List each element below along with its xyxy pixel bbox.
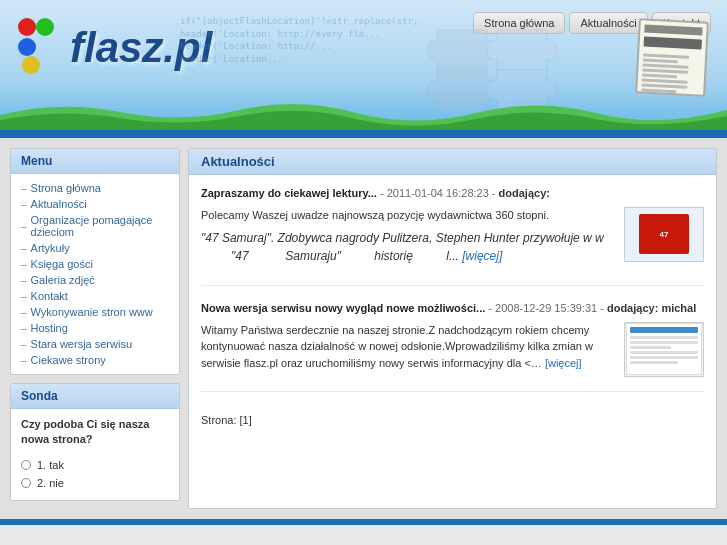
news-with-thumb-1: Polecamy Waszej uwadze najnowszą pozycję… (201, 207, 704, 272)
content-area: Aktualności Zapraszamy do ciekawej lektu… (188, 148, 717, 509)
news-wiecej-1[interactable]: [więcej] (462, 249, 502, 263)
poll-option-no[interactable]: 2. nie (11, 474, 179, 492)
news-item-1: Zapraszamy do ciekawej lektury... - 2011… (201, 185, 704, 286)
poll-title: Sonda (11, 384, 179, 409)
footer (0, 519, 727, 525)
dot-red (18, 18, 36, 36)
menu-title: Menu (11, 149, 179, 174)
menu-item-guestbook[interactable]: Księga gości (11, 256, 179, 272)
logo-dots (18, 18, 54, 78)
content-body: Zapraszamy do ciekawej lektury... - 2011… (189, 175, 716, 436)
sidebar-menu: Strona główna Aktualności Organizacje po… (11, 174, 179, 374)
poll-question: Czy podoba Ci się nasza nowa strona? (11, 409, 179, 456)
header: Strona główna Aktualności Kontakt flasz.… (0, 0, 727, 130)
news-item-2: Nowa wersja serwisu nowy wygląd nowe moż… (201, 300, 704, 392)
news-dodajacy-2: michal (661, 302, 696, 314)
news-with-thumb-2: Witamy Państwa serdecznie na naszej stro… (201, 322, 704, 378)
news-dodajacy-label-2: dodający: (607, 302, 658, 314)
news-body-1: Polecamy Waszej uwadze najnowszą pozycję… (201, 207, 614, 224)
news-text-1: Polecamy Waszej uwadze najnowszą pozycję… (201, 207, 614, 272)
news-meta-2: - 2008-12-29 15:39:31 - (488, 302, 607, 314)
news-header-1: Zapraszamy do ciekawej lektury... - 2011… (201, 185, 704, 202)
thumb-book-icon: 47 (639, 214, 689, 254)
news-header-2: Nowa wersja serwisu nowy wygląd nowe moż… (201, 300, 704, 317)
sidebar: Menu Strona główna Aktualności Organizac… (10, 148, 180, 509)
menu-item-gallery[interactable]: Galeria zdjęć (11, 272, 179, 288)
menu-item-oldsite[interactable]: Stara wersja serwisu (11, 336, 179, 352)
np-line (643, 58, 678, 63)
pagination-current[interactable]: [1] (240, 414, 252, 426)
poll-box: Sonda Czy podoba Ci się nasza nowa stron… (10, 383, 180, 501)
np-line (641, 88, 676, 93)
news-title-1: Zapraszamy do ciekawej lektury... (201, 187, 377, 199)
radio-no[interactable] (21, 478, 31, 488)
main-container: Menu Strona główna Aktualności Organizac… (0, 138, 727, 519)
radio-yes[interactable] (21, 460, 31, 470)
menu-item-orgs[interactable]: Organizacje pomagające dzieciom (11, 212, 179, 240)
thumb-site-icon (626, 323, 702, 375)
menu-item-links[interactable]: Ciekawe strony (11, 352, 179, 368)
news-title-2: Nowa wersja serwisu nowy wygląd nowe moż… (201, 302, 485, 314)
np-line (642, 73, 677, 78)
news-ellipsis-2: <… (524, 357, 541, 369)
pagination: Strona: [1] (201, 406, 704, 426)
newspaper-icon (635, 18, 709, 97)
newspaper-lines (637, 49, 705, 96)
dot-blue (18, 38, 36, 56)
news-wiecej-2[interactable]: [więcej] (545, 357, 582, 369)
news-body-2: Witamy Państwa serdecznie na naszej stro… (201, 322, 614, 372)
menu-box: Menu Strona główna Aktualności Organizac… (10, 148, 180, 375)
dot-green (36, 18, 54, 36)
news-dodajacy-label-1: dodający: (499, 187, 550, 199)
pagination-label: Strona: (201, 414, 236, 426)
menu-item-contact[interactable]: Kontakt (11, 288, 179, 304)
header-wave (0, 100, 727, 130)
menu-item-home[interactable]: Strona główna (11, 180, 179, 196)
news-quote-1: "47 Samuraj". Zdobywca nagrody Pulitzera… (201, 229, 614, 265)
blue-strip (0, 130, 727, 138)
news-text-2: Witamy Państwa serdecznie na naszej stro… (201, 322, 614, 378)
news-thumb-2 (624, 322, 704, 377)
menu-item-articles[interactable]: Artykuły (11, 240, 179, 256)
menu-item-hosting[interactable]: Hosting (11, 320, 179, 336)
content-title: Aktualności (189, 149, 716, 175)
menu-item-news[interactable]: Aktualności (11, 196, 179, 212)
news-meta-1: - 2011-01-04 16:28:23 - (380, 187, 499, 199)
poll-option-yes[interactable]: 1. tak (11, 456, 179, 474)
news-thumb-1: 47 (624, 207, 704, 262)
dot-yellow (22, 56, 40, 74)
menu-item-webdev[interactable]: Wykonywanie stron www (11, 304, 179, 320)
